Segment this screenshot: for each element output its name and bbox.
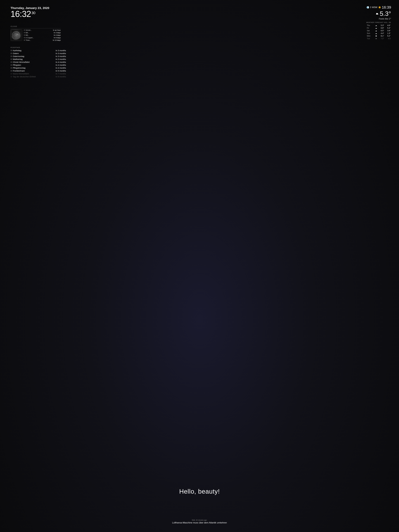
feiertage-name: Mariä Himmelfahrt (13, 73, 55, 75)
weather-temp-big: 5.3° (366, 10, 391, 17)
feiertage-time: In 4 months (56, 61, 66, 63)
calendar-icon: ☑ (11, 55, 12, 57)
forecast-day: Fri (366, 27, 374, 29)
calendar-icon: ☑ (11, 76, 12, 78)
icloud-item-time: In 3 days (54, 32, 61, 34)
hello-text: Hello, beauty! (0, 488, 399, 495)
news-source: Welt, 32 minutes ago: (0, 519, 399, 521)
feiertage-time: In 4 months (56, 64, 66, 66)
forecast-title: WEATHER FORECAST KIEL, DE (366, 22, 391, 23)
feiertage-time: In 5 months (56, 70, 66, 72)
cloud-icon-big (376, 13, 379, 15)
forecast-icon: 🌧 (374, 37, 378, 40)
feiertage-time: In 3 months (56, 55, 66, 57)
forecast-low: 4.6° (385, 24, 391, 27)
calendar-icon: ☑ (24, 37, 25, 38)
forecast-day: Thu (366, 24, 374, 27)
news-headline: Lufthansa-Maschine muss über dem Atlanti… (0, 521, 399, 524)
feiertage-item: ☑ Tag der deutschen Einheit In 8 months (11, 76, 66, 78)
forecast-high: 4.4° (378, 32, 385, 35)
calendar-icon: ☑ (11, 52, 12, 54)
feiertage-name: Tag der deutschen Einheit (13, 76, 55, 78)
forecast-low: 5.4° (385, 27, 391, 29)
feiertage-name: Christi Himmelfahrt (13, 61, 55, 63)
feiertage-item: ☑ Ostern In 3 months (11, 52, 66, 55)
weather-row1: 💨 3 WSW ☀️ 16:39 (366, 5, 391, 10)
icloud-item-title: Ticke... (25, 39, 39, 41)
feiertage-item: ☑ Christi Himmelfahrt In 4 months (11, 61, 66, 63)
calendar-icon: ☑ (11, 58, 12, 60)
forecast-day: Sat (366, 29, 374, 32)
feiertage-name: Ostern (13, 52, 55, 55)
forecast-table: Thu ☁ 5.3° 4.6° Fri ☁ 6.8° 5.4° Sat ☁ 6.… (366, 24, 391, 40)
forecast-low: 4.5 (385, 37, 391, 40)
icloud-item: ☑ Schnit... In an hour (24, 29, 61, 31)
icloud-item-time: In an hour (53, 29, 61, 31)
feiertage-item: ☑ Pfingstmontag In 4 months (11, 67, 66, 69)
weather-time: 16:39 (382, 5, 391, 10)
icloud-item-time: In 4 days (54, 34, 61, 36)
spiral-art (11, 30, 22, 40)
wind-speed: 3 (370, 6, 371, 9)
calendar-icon: ☑ (24, 32, 25, 33)
forecast-high: 6.8° (378, 27, 385, 29)
sun-icon: ☀️ (378, 6, 381, 9)
calendar-icon: ☑ (11, 61, 12, 63)
forecast-row: Tue 🌧 7.2° 4.5 (366, 37, 391, 40)
forecast-high: 8.1° (378, 35, 385, 37)
calendar-icon: ☑ (11, 50, 12, 51)
forecast-icon: 🌧 (374, 35, 378, 37)
feiertage-name: Ostermontag (13, 55, 55, 57)
icloud-item-title: Bill... (25, 32, 39, 34)
center-message: Hello, beauty! (0, 488, 399, 495)
icloud-label: ICLOUD (11, 26, 61, 27)
forecast-row: Sun ☁ 4.4° 1.3° (366, 32, 391, 35)
forecast-high: 5.3° (378, 24, 385, 27)
icloud-item-title: Bill... (25, 34, 39, 36)
feels-like: Feels like 2° (366, 18, 391, 20)
calendar-icon: ☑ (11, 67, 12, 69)
forecast-low: 1.3° (385, 32, 391, 35)
forecast-row: Thu ☁ 5.3° 4.6° (366, 24, 391, 27)
time-display: 16:3230 (11, 10, 49, 18)
feiertage-name: Pfingsten (13, 64, 55, 66)
icloud-item-time: In 13 days (53, 39, 61, 41)
wind-dir: WSW (372, 6, 377, 9)
forecast-low: 5.2° (385, 35, 391, 37)
feiertage-item: ☑ Ostermontag In 3 months (11, 55, 66, 57)
weather-widget: 💨 3 WSW ☀️ 16:39 5.3° Feels like 2° WEAT… (366, 5, 391, 40)
forecast-low: 3.9° (385, 29, 391, 32)
forecast-icon: ☁ (374, 32, 378, 35)
forecast-high: 7.2° (378, 37, 385, 40)
forecast-icon: ☁ (374, 27, 378, 29)
wind-icon: 💨 (366, 6, 369, 9)
forecast-row: Sat ☁ 6.5° 3.9° (366, 29, 391, 32)
feiertage-item: ☑ Fronleichnam In 5 months (11, 70, 66, 72)
feiertage-item: ☑ Maifeiertag In 3 months (11, 58, 66, 60)
icloud-section: ICLOUD ☑ Schn (11, 26, 61, 42)
forecast-row: Fri ☁ 6.8° 5.4° (366, 27, 391, 29)
icloud-item: ☑ Ticke... In 13 days (24, 39, 61, 41)
forecast-day: Tue (366, 37, 374, 40)
forecast-high: 6.5° (378, 29, 385, 32)
icloud-items: ☑ Schnit... In an hour ☑ Bill... In 3 da… (22, 29, 61, 42)
feiertage-section: FEIERTAGE ☑ Karfreitag In 3 months ☑ Ost… (11, 47, 66, 78)
feiertage-item: ☑ Mariä Himmelfahrt In 7 months (11, 73, 66, 75)
icloud-item: ☑ Bill... In 3 days (24, 32, 61, 34)
feiertage-name: Maifeiertag (13, 58, 55, 60)
feiertage-name: Pfingstmontag (13, 67, 55, 69)
forecast-row: Mon 🌧 8.1° 5.2° (366, 35, 391, 37)
forecast-icon: ☁ (374, 29, 378, 32)
forecast-icon: ☁ (374, 24, 378, 27)
icloud-item: ☑ Bill... In 4 days (24, 34, 61, 36)
feiertage-time: In 3 months (56, 52, 66, 55)
feiertage-name: Fronleichnam (13, 70, 55, 72)
feiertage-time: In 4 months (56, 67, 66, 69)
feiertage-item: ☑ Pfingsten In 4 months (11, 64, 66, 66)
icloud-item-time: In 8 days (54, 37, 61, 39)
temperature-big: 5.3° (380, 10, 391, 17)
icloud-item-title: d Cappel... (25, 37, 39, 39)
bottom-news: Welt, 32 minutes ago: Lufthansa-Maschine… (0, 519, 399, 524)
calendar-icon: ☑ (11, 64, 12, 66)
feiertage-time: In 8 months (56, 76, 66, 78)
